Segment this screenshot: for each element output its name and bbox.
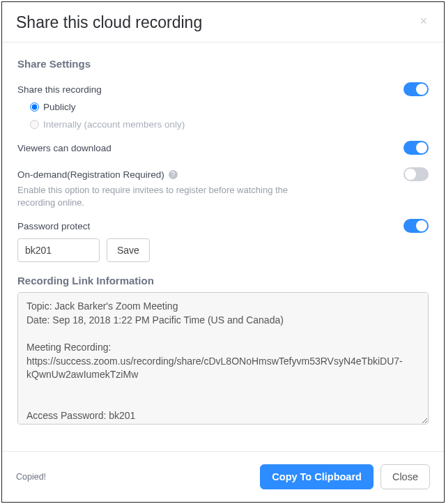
visibility-internal-radio <box>30 120 39 129</box>
download-row: Viewers can download <box>17 141 429 155</box>
share-recording-row: Share this recording <box>17 82 429 96</box>
visibility-radio-group: Publicly Internally (account members onl… <box>30 102 429 130</box>
copy-clipboard-button[interactable]: Copy To Clipboard <box>260 464 374 489</box>
visibility-internal-label: Internally (account members only) <box>43 119 185 130</box>
share-recording-modal: Share this cloud recording × Share Setti… <box>1 1 445 503</box>
copied-message: Copied! <box>16 472 46 482</box>
share-recording-label: Share this recording <box>17 84 102 95</box>
visibility-public-option[interactable]: Publicly <box>30 102 429 112</box>
visibility-public-label: Publicly <box>43 102 76 112</box>
ondemand-toggle[interactable] <box>403 167 429 181</box>
modal-footer: Copied! Copy To Clipboard Close <box>2 451 444 502</box>
password-input[interactable] <box>17 238 100 262</box>
download-label: Viewers can download <box>17 143 112 153</box>
password-input-row: Save <box>17 238 429 262</box>
footer-buttons: Copy To Clipboard Close <box>260 464 430 489</box>
link-info-heading: Recording Link Information <box>17 275 429 287</box>
password-save-button[interactable]: Save <box>107 238 150 262</box>
share-settings-heading: Share Settings <box>17 58 429 70</box>
share-recording-toggle[interactable] <box>403 82 429 96</box>
modal-header: Share this cloud recording × <box>2 2 444 43</box>
password-row: Password protect <box>17 219 429 233</box>
modal-title: Share this cloud recording <box>16 13 202 32</box>
visibility-public-radio[interactable] <box>30 102 39 112</box>
close-icon[interactable]: × <box>417 13 430 29</box>
link-info-textarea[interactable] <box>17 292 429 425</box>
help-icon[interactable]: ? <box>169 170 178 179</box>
password-label: Password protect <box>17 221 90 231</box>
password-toggle[interactable] <box>403 219 429 233</box>
ondemand-row: On-demand(Registration Required) ? <box>17 167 429 181</box>
ondemand-label: On-demand(Registration Required) ? <box>17 169 178 180</box>
download-toggle[interactable] <box>403 141 429 155</box>
modal-body: Share Settings Share this recording Publ… <box>2 43 444 451</box>
close-button[interactable]: Close <box>380 464 430 489</box>
visibility-internal-option: Internally (account members only) <box>30 119 429 130</box>
ondemand-help-text: Enable this option to require invitees t… <box>17 184 310 209</box>
